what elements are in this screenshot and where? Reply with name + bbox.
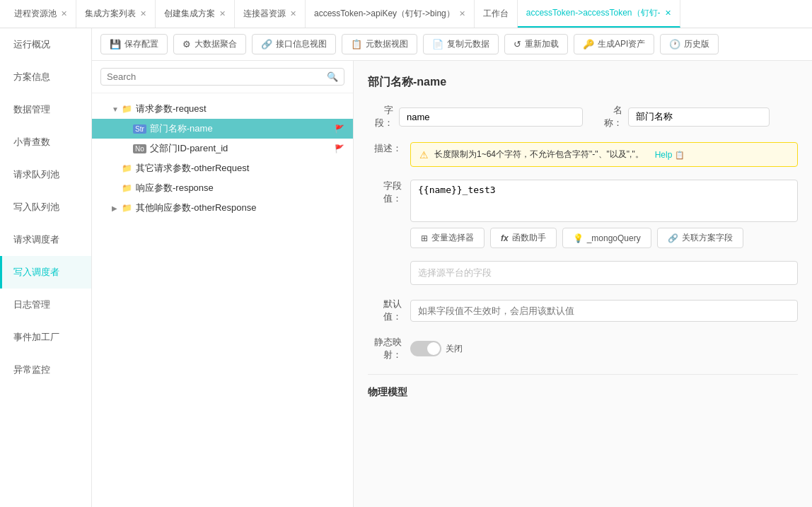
link-plan-icon: 🔗 xyxy=(668,233,678,243)
node-label: 父部门ID-parent_id xyxy=(150,142,332,155)
field-pair: 字段： xyxy=(368,104,583,129)
arrow-icon: ▶ xyxy=(112,204,122,212)
tree-content: ▼ 📁 请求参数-request Str 部门名称-name 🚩 xyxy=(92,93,353,507)
node-label: 部门名称-name xyxy=(150,122,332,135)
tab-label: 进程资源池 xyxy=(14,8,57,20)
default-input[interactable] xyxy=(410,300,798,322)
field-name-row: 字段： 名称： xyxy=(368,104,798,129)
editor-title: 部门名称-name xyxy=(368,75,798,90)
tab-close-icon[interactable]: ✕ xyxy=(61,9,67,18)
mongo-query-button[interactable]: 💡 _mongoQuery xyxy=(562,228,651,248)
sidebar-item-request-scheduler[interactable]: 请求调度者 xyxy=(0,223,91,256)
folder-icon: 📁 xyxy=(122,104,132,114)
toggle-label: 关闭 xyxy=(446,343,463,355)
link-icon: 🔗 xyxy=(261,39,272,49)
toggle-knob xyxy=(427,342,440,355)
tree-node-response-params[interactable]: 📁 响应参数-response xyxy=(92,178,353,198)
search-bar: 🔍 xyxy=(92,61,353,93)
sidebar-item-request-queue[interactable]: 请求队列池 xyxy=(0,158,91,191)
editor-panel: 部门名称-name 字段： 名称： 描述： ⚠ xyxy=(354,61,812,507)
sidebar-item-write-scheduler[interactable]: 写入调度者 xyxy=(0,256,91,289)
tab-connect-resource[interactable]: 连接器资源 ✕ xyxy=(235,0,306,28)
toggle-track[interactable] xyxy=(410,341,441,356)
tab-close-icon[interactable]: ✕ xyxy=(459,9,465,18)
tree-node-other-request[interactable]: 📁 其它请求参数-otherRequest xyxy=(92,158,353,178)
split-layout: 🔍 ▼ 📁 请求参数-request Str 部门名称-name xyxy=(92,61,812,507)
function-helper-button[interactable]: fx 函数助手 xyxy=(490,228,557,248)
save-config-button[interactable]: 💾 保存配置 xyxy=(100,34,168,54)
history-icon: 🕐 xyxy=(669,39,680,49)
field-input[interactable] xyxy=(399,107,583,127)
tab-label: 集成方案列表 xyxy=(85,8,136,20)
tab-close-icon[interactable]: ✕ xyxy=(219,9,226,18)
tab-label: 工作台 xyxy=(483,8,509,20)
metadata-icon: 📋 xyxy=(351,39,362,49)
generate-api-button[interactable]: 🔑 生成API资产 xyxy=(574,34,654,54)
warning-icon: ⚠ xyxy=(419,149,429,161)
tab-close-icon[interactable]: ✕ xyxy=(290,9,296,18)
tree-node-request-params[interactable]: ▼ 📁 请求参数-request xyxy=(92,99,353,119)
toolbar: 💾 保存配置 ⚙ 大数据聚合 🔗 接口信息视图 📋 元数据视图 📄 复制元数据 … xyxy=(92,28,812,61)
name-input[interactable] xyxy=(628,107,770,127)
tab-access-token-main[interactable]: accessToken->accessToken（钉钉- ✕ xyxy=(518,0,680,28)
default-value-row: 默认值： xyxy=(368,298,798,323)
desc-warning: ⚠ 长度限制为1~64个字符，不允许包含字符"-"、"以及","。 Help 📋 xyxy=(410,142,798,167)
reload-button[interactable]: ↺ 重新加载 xyxy=(504,34,568,54)
variable-selector-button[interactable]: ⊞ 变量选择器 xyxy=(410,228,485,248)
sidebar-item-xiao-qing[interactable]: 小青查数 xyxy=(0,126,91,158)
reload-icon: ↺ xyxy=(514,39,521,49)
tree-node-other-response[interactable]: ▶ 📁 其他响应参数-otherResponse xyxy=(92,198,353,218)
tab-bar: 进程资源池 ✕ 集成方案列表 ✕ 创建集成方案 ✕ 连接器资源 ✕ access… xyxy=(0,0,812,28)
interface-info-view-button[interactable]: 🔗 接口信息视图 xyxy=(252,34,336,54)
name-label: 名称： xyxy=(597,104,622,129)
link-plan-field-button[interactable]: 🔗 关联方案字段 xyxy=(657,228,743,248)
type-badge-no: No xyxy=(133,144,146,153)
source-field-row: 选择源平台的字段 xyxy=(410,261,798,285)
tab-label: 创建集成方案 xyxy=(164,8,215,20)
field-value-textarea[interactable]: {{name}}_test3 xyxy=(410,180,798,222)
tree-node-dept-name[interactable]: Str 部门名称-name 🚩 xyxy=(92,119,353,139)
type-badge-str: Str xyxy=(133,124,146,134)
mongo-icon: 💡 xyxy=(573,233,584,243)
search-input-wrap: 🔍 xyxy=(100,68,344,86)
search-icon: 🔍 xyxy=(327,71,338,82)
sidebar: 运行概况 方案信息 数据管理 小青查数 请求队列池 写入队列池 请求调度者 写入… xyxy=(0,28,92,507)
node-label: 其他响应参数-otherResponse xyxy=(136,202,344,214)
sidebar-item-run-overview[interactable]: 运行概况 xyxy=(0,28,91,61)
copy-icon: 📄 xyxy=(432,39,443,49)
tab-process-pool[interactable]: 进程资源池 ✕ xyxy=(6,0,76,28)
field-value-label: 字段值： xyxy=(368,180,402,205)
static-label: 静态映射： xyxy=(368,336,402,361)
tab-label: 连接器资源 xyxy=(243,8,286,20)
sidebar-item-write-queue[interactable]: 写入队列池 xyxy=(0,191,91,223)
history-version-button[interactable]: 🕐 历史版 xyxy=(660,34,719,54)
tab-integration-list[interactable]: 集成方案列表 ✕ xyxy=(76,0,156,28)
desc-row: 描述： ⚠ 长度限制为1~64个字符，不允许包含字符"-"、"以及","。 He… xyxy=(368,142,798,167)
folder-icon: 📁 xyxy=(122,183,132,193)
tab-create-integration[interactable]: 创建集成方案 ✕ xyxy=(156,0,235,28)
sidebar-item-log-management[interactable]: 日志管理 xyxy=(0,289,91,321)
search-input[interactable] xyxy=(107,71,327,82)
tab-workbench[interactable]: 工作台 xyxy=(475,0,518,28)
sidebar-item-data-management[interactable]: 数据管理 xyxy=(0,93,91,126)
help-copy-icon: 📋 xyxy=(675,151,685,159)
action-buttons: ⊞ 变量选择器 fx 函数助手 💡 _mongoQuery 🔗 关联方案字段 xyxy=(410,228,798,248)
tab-access-token-apikey[interactable]: accessToken->apiKey（钉钉->bing） ✕ xyxy=(306,0,475,28)
desc-help-link[interactable]: Help 📋 xyxy=(655,150,685,160)
replicate-metadata-button[interactable]: 📄 复制元数据 xyxy=(423,34,499,54)
sidebar-item-plan-info[interactable]: 方案信息 xyxy=(0,61,91,93)
tab-label: accessToken->accessToken（钉钉- xyxy=(526,7,661,19)
save-icon: 💾 xyxy=(110,39,121,49)
source-field-select[interactable]: 选择源平台的字段 xyxy=(410,261,798,285)
metadata-view-button[interactable]: 📋 元数据视图 xyxy=(342,34,417,54)
physical-model-section: 物理模型 xyxy=(368,374,798,399)
tab-close-icon[interactable]: ✕ xyxy=(140,9,146,18)
tree-node-parent-id[interactable]: No 父部门ID-parent_id 🚩 xyxy=(92,139,353,158)
tab-close-icon[interactable]: ✕ xyxy=(665,8,671,18)
sidebar-item-anomaly-monitor[interactable]: 异常监控 xyxy=(0,354,91,386)
big-data-merge-button[interactable]: ⚙ 大数据聚合 xyxy=(173,34,246,54)
toggle-switch[interactable]: 关闭 xyxy=(410,341,463,356)
sidebar-item-event-factory[interactable]: 事件加工厂 xyxy=(0,321,91,354)
name-pair: 名称： xyxy=(597,104,770,129)
arrow-icon: ▼ xyxy=(112,105,122,113)
